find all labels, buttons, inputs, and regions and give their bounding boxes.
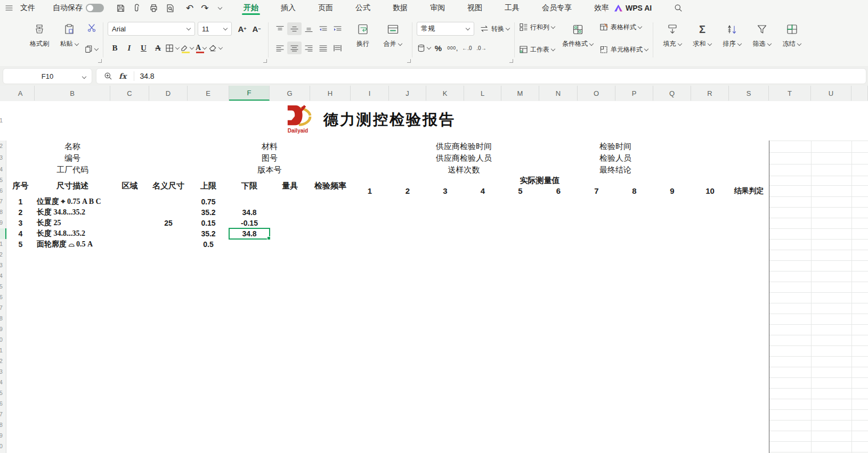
row-header-23[interactable]: 23 <box>0 368 3 376</box>
cell-K7[interactable] <box>426 196 465 208</box>
column-header-Q[interactable]: Q <box>653 86 691 101</box>
cell-S19[interactable] <box>729 324 769 335</box>
align-bottom-button[interactable] <box>302 22 316 35</box>
cell-E22[interactable] <box>188 356 230 367</box>
alignment-dialog-launcher[interactable] <box>407 59 411 63</box>
cell-J14[interactable] <box>389 271 427 282</box>
clipboard-dialog-launcher[interactable] <box>98 59 102 63</box>
row-header-11[interactable]: 11 <box>0 241 3 248</box>
cell-D28[interactable] <box>149 420 188 431</box>
cell-C17[interactable] <box>110 303 150 314</box>
cell-M22[interactable] <box>501 356 540 367</box>
align-left-button[interactable] <box>273 42 287 54</box>
cell-R24[interactable] <box>691 377 729 389</box>
cell-C14[interactable] <box>110 271 150 282</box>
cell-P9[interactable] <box>615 218 654 229</box>
cell-K20[interactable] <box>426 335 465 346</box>
info-cell-right1_label[interactable]: 供应商检验时间 <box>426 141 502 153</box>
cell-P27[interactable] <box>615 409 654 421</box>
cell-K26[interactable] <box>426 399 465 410</box>
cell-N9[interactable] <box>539 218 578 229</box>
cell-P28[interactable] <box>615 420 654 431</box>
cell-A24[interactable] <box>6 377 35 389</box>
cell-I7[interactable] <box>351 196 390 208</box>
cell-S18[interactable] <box>729 314 769 325</box>
cell-C12[interactable] <box>110 250 150 261</box>
cell-I30[interactable] <box>351 441 390 452</box>
cell-G14[interactable] <box>270 271 311 282</box>
increase-font-button[interactable]: A+ <box>235 22 249 35</box>
cell-M14[interactable] <box>501 271 540 282</box>
cell-B17[interactable] <box>35 303 111 314</box>
cell-L24[interactable] <box>464 377 502 389</box>
cell-K17[interactable] <box>426 303 465 314</box>
info-cell-mid_label[interactable]: 材料 <box>229 141 311 153</box>
cell-N23[interactable] <box>539 367 578 378</box>
number-dialog-launcher[interactable] <box>509 59 513 63</box>
info-cell-right2_value[interactable] <box>653 152 769 164</box>
print-icon[interactable] <box>149 4 158 13</box>
cell-P24[interactable] <box>615 377 654 389</box>
cell-L16[interactable] <box>464 292 502 303</box>
info-cell-right1_label[interactable]: 供应商检验人员 <box>426 152 502 164</box>
cell-C10[interactable] <box>110 228 150 240</box>
cell-I16[interactable] <box>351 292 390 303</box>
cell-D30[interactable] <box>149 441 188 452</box>
cell-O22[interactable] <box>578 356 616 367</box>
cell-E20[interactable] <box>188 335 230 346</box>
cell-Q25[interactable] <box>653 388 692 399</box>
cell-K23[interactable] <box>426 367 465 378</box>
cell-S16[interactable] <box>729 292 769 303</box>
cell-G25[interactable] <box>270 388 311 399</box>
cell-R30[interactable] <box>691 441 729 452</box>
rows-cols-button[interactable]: 行和列 <box>519 21 555 33</box>
cell-D12[interactable] <box>149 250 188 261</box>
cell-F21[interactable] <box>229 345 270 357</box>
cell-B10[interactable]: 长度 34.8...35.2 <box>35 228 111 240</box>
cell-J9[interactable] <box>389 218 427 229</box>
cell-L11[interactable] <box>464 239 502 250</box>
cell-L14[interactable] <box>464 271 502 282</box>
row-header-26[interactable]: 26 <box>0 400 3 408</box>
cell-K18[interactable] <box>426 314 465 325</box>
cell-R16[interactable] <box>691 292 729 303</box>
cell-H26[interactable] <box>310 399 351 410</box>
column-header-T[interactable]: T <box>769 86 811 101</box>
column-header-U[interactable]: U <box>811 86 851 101</box>
cell-F16[interactable] <box>229 292 270 303</box>
thousands-separator-button[interactable]: 000, <box>445 42 460 54</box>
cell-K14[interactable] <box>426 271 465 282</box>
cell-B27[interactable] <box>35 409 111 421</box>
cell-P11[interactable] <box>615 239 654 250</box>
cell-E11[interactable]: 0.5 <box>188 239 230 250</box>
table-header-B[interactable]: 尺寸描述 <box>35 176 111 197</box>
strikethrough-button[interactable]: A <box>151 42 165 54</box>
cell-C21[interactable] <box>110 345 150 357</box>
cell-D15[interactable] <box>149 282 188 293</box>
cell-B21[interactable] <box>35 345 111 357</box>
cell-J13[interactable] <box>389 260 427 271</box>
info-cell-right1_value[interactable] <box>501 152 578 164</box>
cell-I28[interactable] <box>351 420 390 431</box>
cell-E14[interactable] <box>188 271 230 282</box>
cell-C18[interactable] <box>110 314 150 325</box>
cell-Q15[interactable] <box>653 282 692 293</box>
cell-B7[interactable]: 位置度 ⌖ 0.75 A B C <box>35 196 111 208</box>
increase-indent-button[interactable] <box>330 22 345 35</box>
cell-N20[interactable] <box>539 335 578 346</box>
cell-I26[interactable] <box>351 399 390 410</box>
cell-D26[interactable] <box>149 399 188 410</box>
worksheet-button[interactable]: 工作表 <box>519 44 555 55</box>
measured-col-header-8[interactable]: 8 <box>615 185 654 197</box>
cell-O29[interactable] <box>578 431 616 442</box>
cell-I22[interactable] <box>351 356 390 367</box>
cell-C7[interactable] <box>110 196 150 208</box>
sort-button[interactable]: 排序 <box>717 20 747 50</box>
cell-G26[interactable] <box>270 399 311 410</box>
cell-H21[interactable] <box>310 345 351 357</box>
cell-N21[interactable] <box>539 345 578 357</box>
info-cell-left_label[interactable]: 编号 <box>35 152 111 164</box>
cell-P18[interactable] <box>615 314 654 325</box>
cell-H13[interactable] <box>310 260 351 271</box>
cell-C11[interactable] <box>110 239 150 250</box>
